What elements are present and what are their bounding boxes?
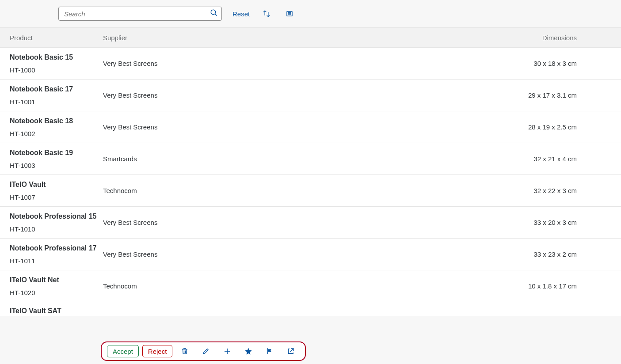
- table-row[interactable]: Notebook Basic 15HT-1000Very Best Screen…: [0, 48, 621, 80]
- product-name: Notebook Basic 19: [10, 148, 99, 158]
- product-id: HT-1011: [10, 257, 99, 265]
- edit-icon[interactable]: [197, 344, 215, 358]
- search-icon[interactable]: [210, 9, 218, 19]
- group-icon[interactable]: [283, 8, 296, 20]
- product-name: Notebook Basic 15: [10, 53, 99, 62]
- table-row[interactable]: Notebook Basic 18HT-1002Very Best Screen…: [0, 111, 621, 143]
- supplier-cell: Technocom: [99, 282, 515, 290]
- table-row[interactable]: ITelO Vault SAT: [0, 302, 621, 316]
- supplier-cell: Smartcards: [99, 155, 515, 163]
- reset-button[interactable]: Reset: [232, 10, 250, 18]
- reject-button[interactable]: Reject: [142, 345, 173, 357]
- header-supplier[interactable]: Supplier: [99, 34, 515, 42]
- supplier-cell: Technocom: [99, 187, 515, 194]
- dimensions-cell: 28 x 19 x 2.5 cm: [515, 123, 621, 131]
- svg-point-0: [211, 10, 216, 15]
- supplier-cell: Very Best Screens: [99, 60, 515, 67]
- search-input[interactable]: [64, 10, 210, 18]
- share-icon[interactable]: [282, 344, 300, 358]
- table-row[interactable]: ITelO Vault NetHT-1020Technocom10 x 1.8 …: [0, 270, 621, 302]
- table-row[interactable]: ITelO VaultHT-1007Technocom32 x 22 x 3 c…: [0, 175, 621, 207]
- product-id: HT-1000: [10, 66, 99, 74]
- footer: Accept Reject: [0, 338, 621, 364]
- product-name: Notebook Professional 15: [10, 212, 99, 221]
- sort-icon[interactable]: [260, 8, 273, 20]
- supplier-cell: Very Best Screens: [99, 123, 515, 131]
- dimensions-cell: 10 x 1.8 x 17 cm: [515, 282, 621, 290]
- dimensions-cell: 32 x 21 x 4 cm: [515, 155, 621, 163]
- products-table: Product Supplier Dimensions Notebook Bas…: [0, 27, 621, 316]
- dimensions-cell: 33 x 20 x 3 cm: [515, 219, 621, 226]
- table-row[interactable]: Notebook Basic 19HT-1003Smartcards32 x 2…: [0, 143, 621, 175]
- product-id: HT-1001: [10, 98, 99, 106]
- product-name: ITelO Vault Net: [10, 276, 99, 285]
- product-id: HT-1010: [10, 225, 99, 233]
- table-body: Notebook Basic 15HT-1000Very Best Screen…: [0, 48, 621, 302]
- favorite-icon[interactable]: [240, 344, 257, 358]
- table-row[interactable]: Notebook Professional 17HT-1011Very Best…: [0, 239, 621, 270]
- supplier-cell: Very Best Screens: [99, 219, 515, 226]
- accept-button[interactable]: Accept: [107, 345, 139, 357]
- header-product[interactable]: Product: [0, 34, 99, 42]
- table-header: Product Supplier Dimensions: [0, 27, 621, 48]
- product-name: Notebook Basic 18: [10, 117, 99, 126]
- add-icon[interactable]: [218, 344, 236, 358]
- product-id: HT-1002: [10, 130, 99, 137]
- dimensions-cell: 32 x 22 x 3 cm: [515, 187, 621, 194]
- product-name: Notebook Professional 17: [10, 244, 99, 253]
- product-name: ITelO Vault: [10, 180, 99, 190]
- flag-icon[interactable]: [261, 344, 278, 358]
- table-row[interactable]: Notebook Professional 15HT-1010Very Best…: [0, 207, 621, 239]
- delete-icon[interactable]: [176, 344, 194, 358]
- dimensions-cell: 29 x 17 x 3.1 cm: [515, 91, 621, 99]
- product-name: ITelO Vault SAT: [10, 307, 99, 316]
- table-row[interactable]: Notebook Basic 17HT-1001Very Best Screen…: [0, 80, 621, 111]
- product-id: HT-1007: [10, 193, 99, 201]
- dimensions-cell: 33 x 23 x 2 cm: [515, 250, 621, 258]
- svg-line-1: [215, 14, 217, 16]
- search-field[interactable]: [58, 7, 222, 21]
- supplier-cell: Very Best Screens: [99, 250, 515, 258]
- product-id: HT-1020: [10, 289, 99, 296]
- dimensions-cell: 30 x 18 x 3 cm: [515, 60, 621, 67]
- toolbar: Reset: [0, 0, 621, 27]
- product-id: HT-1003: [10, 162, 99, 169]
- header-dimensions[interactable]: Dimensions: [515, 34, 621, 42]
- supplier-cell: Very Best Screens: [99, 91, 515, 99]
- footer-toolbar: Accept Reject: [101, 341, 306, 361]
- product-name: Notebook Basic 17: [10, 85, 99, 94]
